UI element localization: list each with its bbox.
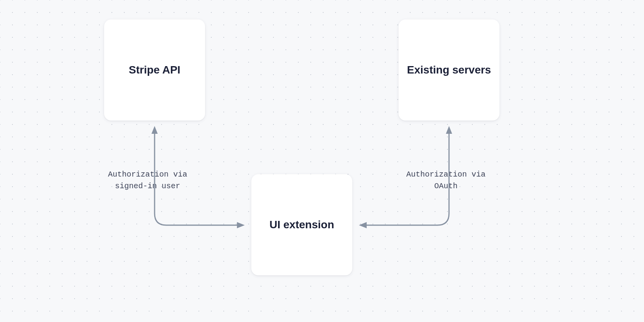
svg-marker-2 [446,126,452,134]
connector-right [0,0,644,322]
svg-marker-3 [359,222,367,228]
